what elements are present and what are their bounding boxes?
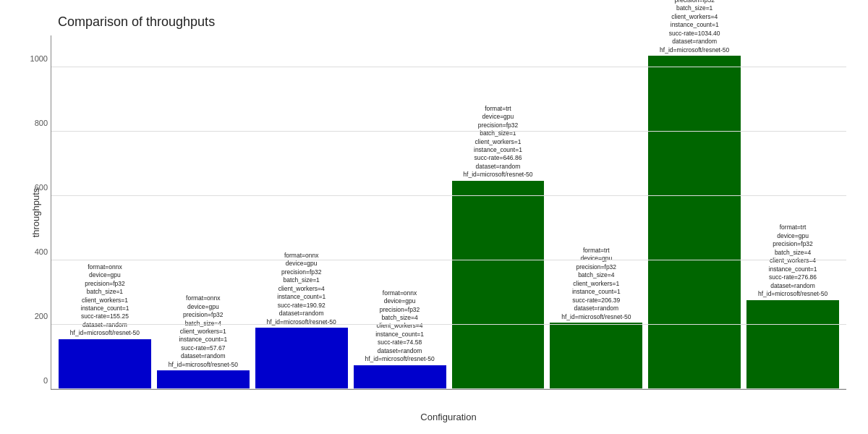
y-tick-label: 400: [19, 247, 48, 256]
x-axis-label: Configuration: [420, 412, 476, 422]
y-tick-label: 1000: [19, 54, 48, 63]
bar-label-5: format=trtdevice=gpuprecision=fp32batch_…: [561, 247, 631, 321]
bar-label-2: format=onnxdevice=gpuprecision=fp32batch…: [267, 252, 336, 326]
y-grid-line: [51, 195, 846, 196]
bar-wrapper: format=onnxdevice=gpuprecision=fp32batch…: [59, 339, 151, 389]
bar-wrapper: format=onnxdevice=gpuprecision=fp32batch…: [354, 365, 446, 389]
chart-container: Comparison of throughputs throughputs fo…: [0, 0, 868, 434]
bar-wrapper: format=onnxdevice=gpuprecision=fp32batch…: [157, 370, 250, 389]
bar-wrapper: format=trtdevice=gpuprecision=fp32batch_…: [550, 323, 642, 389]
bar-wrapper: format=onnxdevice=gpuprecision=fp32batch…: [255, 328, 348, 389]
bars-group: format=onnxdevice=gpuprecision=fp32batch…: [51, 35, 846, 389]
y-axis-label: throughputs: [30, 188, 41, 238]
bar-7: format=trtdevice=gpuprecision=fp32batch_…: [746, 300, 839, 389]
y-tick-label: 600: [19, 183, 48, 192]
bar-label-3: format=onnxdevice=gpuprecision=fp32batch…: [365, 289, 434, 364]
bar-wrapper: format=trtdevice=gpuprecision=fp32batch_…: [648, 56, 741, 389]
bar-label-0: format=onnxdevice=gpuprecision=fp32batch…: [70, 263, 140, 338]
bar-label-6: format=trtdevice=gpuprecision=fp32batch_…: [660, 0, 729, 54]
bar-3: format=onnxdevice=gpuprecision=fp32batch…: [354, 365, 446, 389]
y-grid-line: [51, 260, 846, 260]
bar-wrapper: format=trtdevice=gpuprecision=fp32batch_…: [452, 181, 545, 389]
y-grid-line: [51, 67, 846, 67]
bar-label-1: format=onnxdevice=gpuprecision=fp32batch…: [169, 294, 238, 369]
bar-label-7: format=trtdevice=gpuprecision=fp32batch_…: [758, 224, 827, 298]
y-tick-label: 200: [19, 312, 48, 320]
y-grid-line: [51, 324, 846, 325]
bar-2: format=onnxdevice=gpuprecision=fp32batch…: [255, 328, 348, 389]
y-tick-label: 0: [19, 376, 48, 385]
bar-5: format=trtdevice=gpuprecision=fp32batch_…: [550, 323, 642, 389]
bar-1: format=onnxdevice=gpuprecision=fp32batch…: [157, 370, 250, 389]
bar-label-4: format=trtdevice=gpuprecision=fp32batch_…: [463, 105, 532, 179]
y-tick-label: 800: [19, 119, 48, 127]
y-grid-line: [51, 388, 846, 389]
y-grid-line: [51, 131, 846, 132]
bar-4: format=trtdevice=gpuprecision=fp32batch_…: [452, 181, 545, 389]
chart-area: format=onnxdevice=gpuprecision=fp32batch…: [51, 35, 846, 390]
bar-wrapper: format=trtdevice=gpuprecision=fp32batch_…: [746, 300, 839, 389]
bar-6: format=trtdevice=gpuprecision=fp32batch_…: [648, 56, 741, 389]
bar-0: format=onnxdevice=gpuprecision=fp32batch…: [59, 339, 151, 389]
